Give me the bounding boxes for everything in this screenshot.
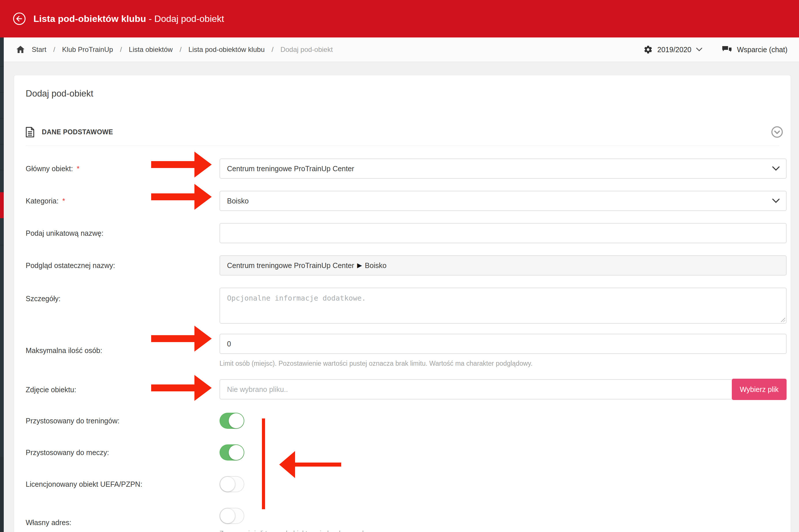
- file-input[interactable]: Nie wybrano pliku..: [219, 379, 732, 399]
- field-row-zdjecie: Zdjęcie obiektu: Nie wybrano pliku.. Wyb…: [26, 379, 786, 400]
- breadcrumb-item-lista-pod-obiektow[interactable]: Lista pod-obiektów klubu: [188, 45, 265, 54]
- breadcrumb-item-lista-obiektow[interactable]: Lista obiektów: [129, 45, 173, 54]
- field-label: Przystosowany do meczy:: [26, 449, 109, 456]
- header-title: Lista pod-obiektów klubu: [34, 14, 146, 24]
- max-persons-input[interactable]: [219, 334, 786, 354]
- required-mark: *: [62, 197, 65, 205]
- field-label: Przystosowany do treningów:: [26, 417, 120, 425]
- max-persons-helper: Limit osób (miejsc). Pozostawienie warto…: [219, 360, 786, 367]
- breadcrumb-item-klub[interactable]: Klub ProTrainUp: [62, 45, 113, 54]
- section-divider: [26, 146, 779, 146]
- toggle-knob: [229, 413, 244, 428]
- field-row-licencja: Licencjonowany obiekt UEFA/PZPN:: [26, 476, 786, 492]
- field-label: Podgląd ostatecznej nazwy:: [26, 261, 115, 269]
- page-title: Dodaj pod-obiekt: [26, 89, 791, 99]
- header-page-title: Dodaj pod-obiekt: [154, 14, 224, 24]
- field-row-szczegoly: Szczegóły:: [26, 288, 786, 325]
- season-value: 2019/2020: [657, 45, 691, 54]
- breadcrumb-separator: /: [180, 45, 182, 54]
- form-card: Dodaj pod-obiekt DANE PODSTAWOWE Główny …: [14, 75, 791, 532]
- back-arrow-circle-icon[interactable]: [13, 12, 26, 25]
- chat-icon: [722, 45, 732, 54]
- document-icon: [26, 127, 34, 137]
- details-textarea[interactable]: [219, 288, 786, 324]
- breadcrumb-separator: /: [120, 45, 122, 54]
- toggle-knob: [229, 445, 244, 460]
- own-address-helper: Zaznacz, jeżeli ten pod-obiekt posiada w…: [219, 530, 786, 532]
- breadcrumb-separator: /: [53, 45, 55, 54]
- toggle-knob: [220, 508, 235, 524]
- required-mark: *: [77, 165, 79, 173]
- gear-icon: [643, 45, 653, 54]
- breadcrumb-item-start[interactable]: Start: [32, 45, 47, 54]
- sidebar-collapsed-edge[interactable]: [0, 37, 4, 532]
- unique-name-input[interactable]: [219, 223, 786, 243]
- field-label: Podaj unikatową nazwę:: [26, 229, 104, 237]
- field-row-mecze: Przystosowany do meczy:: [26, 444, 786, 460]
- support-label: Wsparcie (chat): [737, 45, 787, 54]
- play-triangle-icon: ▶: [357, 262, 362, 269]
- field-label: Główny obiekt:: [26, 165, 73, 173]
- category-select[interactable]: Boisko: [219, 191, 786, 211]
- file-input-placeholder: Nie wybrano pliku..: [227, 385, 288, 394]
- final-name-sub: Boisko: [365, 261, 386, 270]
- field-label: Kategoria:: [26, 197, 58, 205]
- category-selected-value: Boisko: [227, 197, 249, 205]
- field-row-podglad-nazwy: Podgląd ostatecznej nazwy: Centrum treni…: [26, 255, 786, 276]
- own-address-toggle[interactable]: [219, 508, 244, 524]
- field-label: Zdjęcie obiektu:: [26, 386, 76, 394]
- field-label: Własny adres:: [26, 518, 71, 527]
- header-separator: -: [146, 14, 154, 24]
- field-label: Maksymalna ilość osób:: [26, 346, 102, 355]
- chevron-down-icon: [696, 48, 702, 52]
- field-label: Licencjonowany obiekt UEFA/PZPN:: [26, 480, 142, 488]
- breadcrumb-separator: /: [272, 45, 274, 54]
- field-row-unikatowa-nazwa: Podaj unikatową nazwę:: [26, 223, 786, 243]
- uefa-license-toggle[interactable]: [219, 476, 244, 492]
- trainings-toggle[interactable]: [219, 413, 244, 429]
- final-name-preview: Centrum treningowe ProTrainUp Center ▶ B…: [219, 255, 786, 276]
- support-chat-link[interactable]: Wsparcie (chat): [722, 45, 787, 54]
- section-header-dane-podstawowe: DANE PODSTAWOWE: [26, 126, 783, 138]
- breadcrumb-bar: Start / Klub ProTrainUp / Lista obiektów…: [0, 37, 799, 62]
- app-header: Lista pod-obiektów klubu - Dodaj pod-obi…: [0, 0, 799, 37]
- toggle-knob: [220, 477, 235, 492]
- main-object-select[interactable]: Centrum treningowe ProTrainUp Center: [219, 158, 786, 179]
- sidebar-active-item-marker: [0, 192, 4, 218]
- field-row-treningi: Przystosowany do treningów:: [26, 413, 786, 429]
- field-row-wlasny-adres: Własny adres: Zaznacz, jeżeli ten pod-ob…: [26, 508, 786, 532]
- section-title: DANE PODSTAWOWE: [42, 128, 113, 136]
- final-name-main: Centrum treningowe ProTrainUp Center: [227, 261, 354, 270]
- field-row-maks-ilosc: Maksymalna ilość osób: Limit osób (miejs…: [26, 334, 786, 367]
- home-icon[interactable]: [16, 45, 25, 54]
- choose-file-button[interactable]: Wybierz plik: [732, 379, 786, 400]
- field-label: Szczegóły:: [26, 294, 60, 303]
- chevron-down-icon: [772, 198, 780, 203]
- field-row-kategoria: Kategoria: * Boisko: [26, 191, 786, 211]
- breadcrumb: Start / Klub ProTrainUp / Lista obiektów…: [16, 45, 333, 54]
- chevron-down-icon: [772, 166, 780, 171]
- breadcrumb-item-current: Dodaj pod-obiekt: [280, 45, 332, 54]
- matches-toggle[interactable]: [219, 444, 244, 460]
- collapse-section-icon[interactable]: [771, 126, 783, 138]
- field-row-glowny-obiekt: Główny obiekt: * Centrum treningowe ProT…: [26, 158, 786, 179]
- main-object-selected-value: Centrum treningowe ProTrainUp Center: [227, 165, 354, 173]
- season-selector[interactable]: 2019/2020: [643, 45, 702, 54]
